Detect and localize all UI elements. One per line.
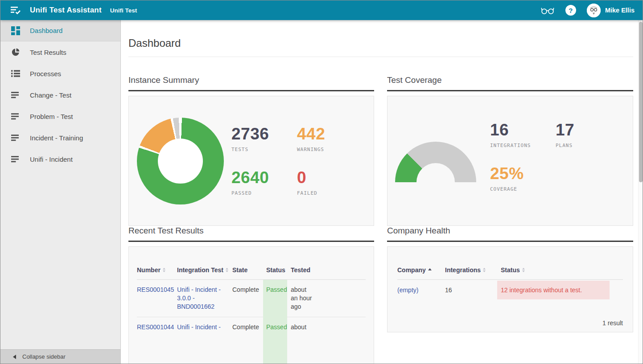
avatar xyxy=(587,4,601,17)
tested-text: about an hour ago xyxy=(291,286,312,311)
help-icon[interactable]: ? xyxy=(565,5,576,16)
section-rule xyxy=(128,90,374,91)
cell-status-alert: 12 integrations without a test. xyxy=(497,281,610,299)
stat-tests: 2736 TESTS xyxy=(231,126,297,152)
collapse-sidebar-button[interactable]: Collapse sidebar xyxy=(0,349,120,364)
cell-number: RES0001044 xyxy=(137,317,177,337)
cell-integrations: 16 xyxy=(445,280,501,300)
sidebar-item-change-test[interactable]: Change - Test xyxy=(0,84,120,106)
column-header-status[interactable]: Status xyxy=(501,266,623,274)
user-menu[interactable]: Mike Ellis xyxy=(587,4,635,17)
sort-icon xyxy=(163,268,165,272)
topbar: Unifi Test Assistant Unifi Test ? xyxy=(0,0,643,20)
notes-icon xyxy=(11,133,20,142)
column-header-status[interactable]: Status xyxy=(263,266,287,274)
table-row: RES0001044 Unifi - Incident - Complete P… xyxy=(137,317,366,337)
cell-state: Complete xyxy=(232,317,263,337)
sort-icon xyxy=(522,268,525,272)
instance-summary-card: 2736 TESTS 442 WARNINGS 2640 PASSED xyxy=(128,96,374,226)
sidebar-item-label: Incident - Training xyxy=(30,134,83,142)
company-health-table: Company Integrations Status xyxy=(397,260,623,300)
sidebar-item-label: Change - Test xyxy=(30,91,71,99)
sidebar-item-problem-test[interactable]: Problem - Test xyxy=(0,106,120,127)
table-row: (empty) 16 12 integrations without a tes… xyxy=(397,280,623,300)
test-coverage-card: 16 INTEGRATIONS 17 PLANS 25% COVERAGE xyxy=(387,96,633,226)
column-label: Status xyxy=(501,266,520,274)
integration-test-link[interactable]: Unifi - Incident - xyxy=(177,323,221,331)
menu-check-icon[interactable] xyxy=(9,5,23,16)
scrollbar-track[interactable] xyxy=(638,20,643,364)
sidebar-item-label: Dashboard xyxy=(30,27,62,34)
instance-summary-donut-chart xyxy=(137,118,224,204)
cell-integration-test: Unifi - Incident - 3.0.0 - BND0001662 xyxy=(177,280,232,317)
stat-plans: 17 PLANS xyxy=(556,122,621,148)
section-title: Company Health xyxy=(387,226,633,236)
sidebar-item-incident-training[interactable]: Incident - Training xyxy=(0,127,120,148)
instance-summary-stats: 2736 TESTS 442 WARNINGS 2640 PASSED xyxy=(231,126,363,196)
sidebar: Dashboard Test Results xyxy=(0,20,121,364)
result-link[interactable]: RES0001044 xyxy=(137,323,174,331)
sidebar-item-test-results[interactable]: Test Results xyxy=(0,41,120,63)
avatar-face-icon xyxy=(587,4,601,17)
company-health-section: Company Health Company Integrations xyxy=(387,226,633,332)
stat-integrations: 16 INTEGRATIONS xyxy=(490,122,556,148)
notes-icon xyxy=(11,90,20,99)
stat-coverage: 25% COVERAGE xyxy=(490,165,556,192)
dashboard-grid: Instance Summary 2736 TESTS 442 WARNINGS xyxy=(128,75,632,364)
app-title: Unifi Test Assistant xyxy=(30,6,102,15)
main-content: Dashboard Instance Summary 2736 TESTS xyxy=(121,20,643,364)
cell-tested: about an hour ago xyxy=(287,280,366,317)
column-header-state[interactable]: State xyxy=(232,266,263,274)
column-header-company[interactable]: Company xyxy=(397,266,445,274)
menu-check-icon xyxy=(11,6,21,15)
stat-plans-label: PLANS xyxy=(556,143,621,148)
scrollbar-thumb[interactable] xyxy=(639,22,643,182)
spectacles-icon[interactable] xyxy=(540,5,555,16)
company-link[interactable]: (empty) xyxy=(397,286,418,294)
stat-failed-value: 0 xyxy=(297,169,363,186)
test-coverage-section: Test Coverage 16 INTEGRATIONS 1 xyxy=(387,75,633,226)
section-rule xyxy=(387,241,633,242)
column-label: Tested xyxy=(291,266,310,274)
table-header-row: Number Integration Test State xyxy=(137,260,366,280)
sidebar-item-dashboard[interactable]: Dashboard xyxy=(0,20,120,41)
recent-test-results-section: Recent Test Results Number In xyxy=(128,226,374,364)
collapse-arrow-icon xyxy=(13,355,16,359)
stat-warnings: 442 WARNINGS xyxy=(297,126,363,152)
sidebar-item-label: Processes xyxy=(30,70,61,78)
column-label: State xyxy=(232,266,247,274)
column-label: Status xyxy=(266,266,285,274)
section-rule xyxy=(128,241,374,242)
dashboard-icon xyxy=(11,26,20,35)
column-header-integrations[interactable]: Integrations xyxy=(445,266,501,274)
column-header-tested[interactable]: Tested xyxy=(287,266,366,274)
cell-tested: about xyxy=(287,317,366,337)
stat-tests-value: 2736 xyxy=(231,126,297,143)
column-label: Number xyxy=(137,266,161,274)
coverage-gauge-wrap xyxy=(395,142,476,182)
cell-state: Complete xyxy=(232,280,263,317)
stat-failed: 0 FAILED xyxy=(297,169,363,196)
company-health-card: Company Integrations Status xyxy=(387,246,633,332)
integration-test-link[interactable]: Unifi - Incident - 3.0.0 - BND0001662 xyxy=(177,286,221,310)
topbar-actions: ? Mike Ellis xyxy=(540,4,635,17)
sort-asc-icon xyxy=(428,268,432,270)
section-title: Instance Summary xyxy=(128,75,374,85)
sort-icon xyxy=(226,268,228,272)
stat-plans-value: 17 xyxy=(556,122,621,139)
stat-warnings-label: WARNINGS xyxy=(297,147,363,152)
sidebar-item-processes[interactable]: Processes xyxy=(0,63,120,84)
column-header-number[interactable]: Number xyxy=(137,266,177,274)
cell-company: (empty) xyxy=(397,280,445,300)
coverage-gauge-chart xyxy=(395,142,476,182)
column-label: Company xyxy=(397,266,426,274)
notes-icon xyxy=(11,155,20,164)
result-link[interactable]: RES0001045 xyxy=(137,286,174,293)
column-header-integration-test[interactable]: Integration Test xyxy=(177,266,232,274)
test-coverage-stats: 16 INTEGRATIONS 17 PLANS 25% COVERAGE xyxy=(490,122,621,192)
sidebar-item-unifi-incident[interactable]: Unifi - Incident xyxy=(0,148,120,170)
stat-passed: 2640 PASSED xyxy=(231,169,297,196)
table-row: RES0001045 Unifi - Incident - 3.0.0 - BN… xyxy=(137,280,366,317)
instance-name: Unifi Test xyxy=(110,7,137,14)
stat-coverage-label: COVERAGE xyxy=(490,186,556,192)
